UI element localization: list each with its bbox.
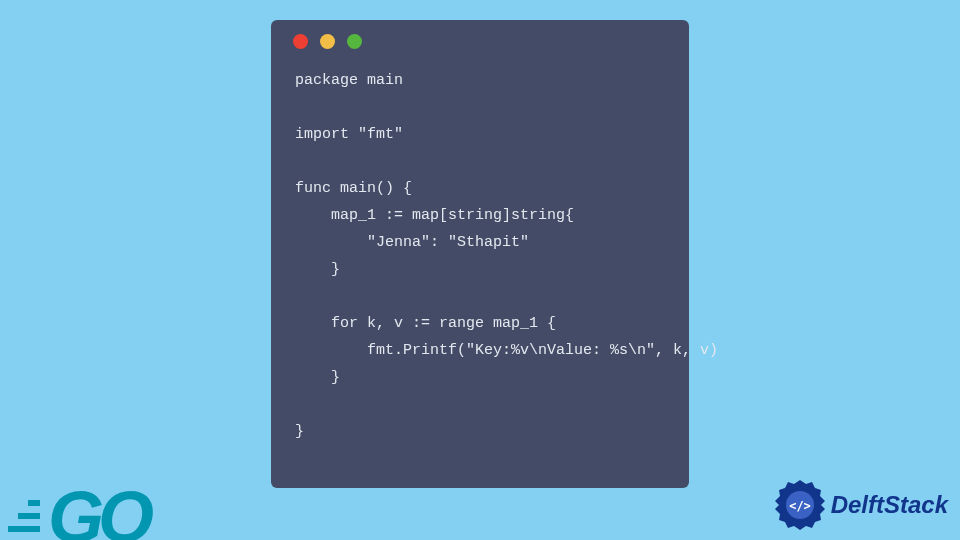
code-line: } — [295, 261, 340, 278]
minimize-icon — [320, 34, 335, 49]
code-window: package main import "fmt" func main() { … — [271, 20, 689, 488]
close-icon — [293, 34, 308, 49]
code-line: "Jenna": "Sthapit" — [295, 234, 529, 251]
go-logo: GO — [8, 485, 148, 540]
code-line: } — [295, 423, 304, 440]
go-logo-text: GO — [48, 485, 148, 540]
delftstack-logo: </> DelftStack — [773, 478, 948, 532]
code-line: import "fmt" — [295, 126, 403, 143]
window-traffic-lights — [291, 34, 669, 49]
delftstack-logo-text: DelftStack — [831, 491, 948, 519]
code-line: func main() { — [295, 180, 412, 197]
code-block: package main import "fmt" func main() { … — [291, 67, 669, 445]
delftstack-badge-icon: </> — [773, 478, 827, 532]
maximize-icon — [347, 34, 362, 49]
svg-text:</>: </> — [789, 499, 811, 513]
code-line: } — [295, 369, 340, 386]
code-line: package main — [295, 72, 403, 89]
code-line: fmt.Printf("Key:%v\nValue: %s\n", k, v) — [295, 342, 718, 359]
code-line: map_1 := map[string]string{ — [295, 207, 574, 224]
code-line: for k, v := range map_1 { — [295, 315, 556, 332]
go-speed-lines-icon — [8, 500, 40, 532]
